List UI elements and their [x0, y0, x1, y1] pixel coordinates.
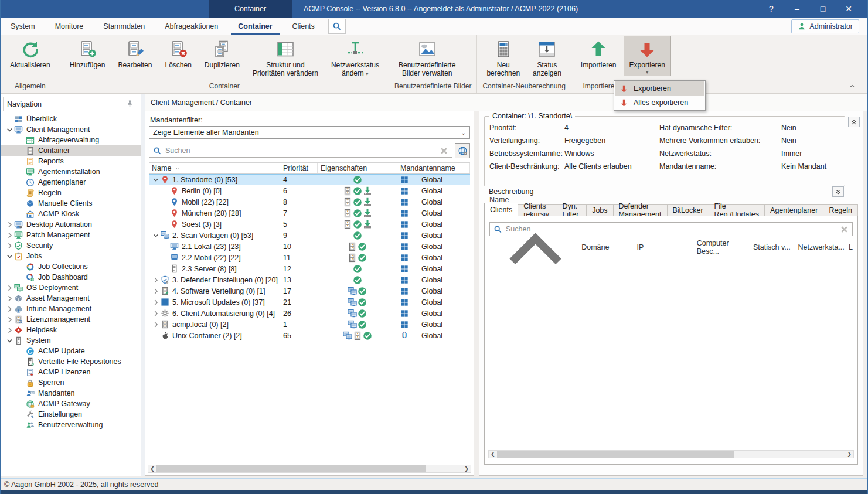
scroll-left-arrow[interactable]: ❮	[489, 451, 497, 458]
container-row[interactable]: München (28) [28]7Global	[149, 207, 470, 219]
tab-defender-management[interactable]: Defender Management	[614, 204, 668, 216]
menu-item-container[interactable]: Container	[231, 18, 279, 35]
chevron-right-icon[interactable]	[5, 231, 14, 240]
sidebar-item-acmp-kiosk[interactable]: ACMP Kiosk	[1, 209, 141, 219]
sidebar-item-benutzerverwaltung[interactable]: Benutzerverwaltung	[1, 420, 141, 430]
horizontal-scrollbar[interactable]: ❮ ❯	[148, 465, 471, 473]
sidebar-item-einstellungen[interactable]: Einstellungen	[1, 409, 141, 420]
sidebar-item-acmp-update[interactable]: ACMP Update	[1, 346, 141, 356]
sidebar-item-acmp-lizenzen[interactable]: ACMP Lizenzen	[1, 367, 141, 377]
chevron-down-icon[interactable]	[5, 125, 14, 134]
calc-button[interactable]: 0Neuberechnen	[481, 36, 526, 79]
sidebar-item-helpdesk[interactable]: Helpdesk	[1, 325, 141, 335]
duplicate-button[interactable]: Duplizieren	[199, 36, 246, 71]
chevron-right-icon[interactable]	[5, 326, 14, 335]
container-row[interactable]: 2.2 Mobil (22) [22]11Global	[149, 252, 470, 263]
tab-clients[interactable]: Clients	[484, 203, 518, 216]
sidebar-item-job-dashboard[interactable]: Job Dashboard	[1, 272, 141, 282]
column-header-statisch-v-[interactable]: Statisch v...	[753, 243, 798, 251]
chevron-down-icon[interactable]	[5, 336, 14, 345]
tab-agentenplaner[interactable]: Agentenplaner	[765, 204, 823, 216]
sidebar-item-regeln[interactable]: Regeln	[1, 188, 141, 198]
container-search-input[interactable]: Suchen	[149, 144, 452, 158]
column-header-dom-ne[interactable]: Domäne	[581, 243, 636, 251]
sidebar-item-agentenplaner[interactable]: Agentenplaner	[1, 177, 141, 188]
column-header-eigenschaften[interactable]: Eigenschaften	[318, 163, 397, 173]
structure-button[interactable]: Struktur undPrioritäten verändern	[247, 36, 324, 79]
sidebar-item-mandanten[interactable]: Mandanten	[1, 388, 141, 398]
chevron-right-icon[interactable]	[5, 305, 14, 314]
horizontal-scrollbar[interactable]: ❮ ❯	[488, 450, 854, 458]
container-row[interactable]: 1. Standorte (0) [53]4Global	[149, 174, 470, 185]
expand-beschreibung-button[interactable]	[832, 186, 844, 197]
refresh-button[interactable]: Aktualisieren	[4, 36, 56, 71]
chevron-right-icon[interactable]	[5, 284, 14, 292]
tab-file-rep-updates[interactable]: File Rep./Updates	[709, 204, 765, 216]
column-header-netzwerksta-[interactable]: Netzwerksta...	[798, 243, 849, 251]
sidebar-item-agenteninstallation[interactable]: Agenteninstallation	[1, 166, 141, 177]
sidebar-item-system[interactable]: System	[1, 335, 141, 346]
chevron-right-icon[interactable]	[5, 315, 14, 324]
column-header-computer-besc-[interactable]: Computer Besc...	[697, 239, 753, 255]
chevron-right-icon[interactable]	[152, 309, 160, 318]
column-header-name[interactable]: Name	[149, 163, 280, 173]
mandant-filter-button[interactable]	[455, 143, 470, 158]
sidebar-item-client-management[interactable]: Client Management	[1, 124, 141, 135]
sidebar-item-patch-management[interactable]: Patch Management	[1, 230, 141, 240]
container-row[interactable]: 3. Defender Einstellugen (0) [20]13Globa…	[149, 274, 470, 285]
sidebar-item-sperren[interactable]: Sperren	[1, 377, 141, 388]
close-button[interactable]: ✕	[836, 0, 862, 18]
clear-search-icon[interactable]	[440, 147, 448, 155]
scroll-right-arrow[interactable]: ❯	[462, 465, 471, 472]
network-button[interactable]: Netzwerkstatusändern ▾	[325, 36, 385, 80]
sidebar-item-verteilte-file-repositories[interactable]: Verteilte File Repositories	[1, 356, 141, 367]
container-row[interactable]: 5. Microsoft Updates (0) [37]21Global	[149, 297, 470, 308]
images-button[interactable]: BenutzerdefinierteBilder verwalten	[393, 36, 461, 79]
scroll-left-arrow[interactable]: ❮	[148, 465, 156, 472]
container-row[interactable]: 2. Scan Vorlagen (0) [53]9Global	[149, 230, 470, 241]
sidebar-item-jobs[interactable]: Jobs	[1, 251, 141, 261]
titlebar-document-tab[interactable]: Container	[209, 0, 292, 18]
export-menu-item-2[interactable]: Alles exportieren	[615, 96, 704, 110]
sidebar-item-job-collections[interactable]: Job Collections	[1, 261, 141, 272]
mandantenfilter-select[interactable]: Zeige Elemente aller Mandanten ⌄	[149, 126, 470, 139]
administrator-button[interactable]: Administrator	[791, 19, 859, 33]
delete-button[interactable]: Löschen	[159, 36, 197, 71]
column-header-l[interactable]: L	[849, 243, 853, 251]
menu-item-monitore[interactable]: Monitore	[48, 18, 91, 35]
sidebar-item-lizenzmanagement[interactable]: Lizenzmanagement	[1, 314, 141, 325]
container-row[interactable]: Unix Container (2) [2]65ÜGlobal	[149, 330, 470, 341]
statuswin-button[interactable]: Statusanzeigen	[527, 36, 567, 79]
container-row[interactable]: 4. Software Verteilung (0) [1]17Global	[149, 285, 470, 297]
export-menu-item-1[interactable]: Exportieren	[615, 81, 704, 96]
column-header-mandantenname[interactable]: Mandantenname	[397, 163, 470, 173]
column-header-ip[interactable]: IP	[637, 243, 697, 251]
sidebar-item-container[interactable]: Container	[1, 145, 141, 156]
sidebar-item-os-deployment[interactable]: OS Deployment	[1, 282, 141, 293]
import-button[interactable]: Importieren	[575, 36, 622, 71]
menu-item-abfrageaktionen[interactable]: Abfrageaktionen	[158, 18, 225, 35]
sidebar-item-intune-management[interactable]: Intune Management	[1, 304, 141, 314]
pin-icon[interactable]	[125, 100, 134, 108]
container-row[interactable]: Berlin (0) [0]6Global	[149, 185, 470, 196]
collapse-details-button[interactable]	[848, 117, 860, 127]
ribbon-collapse-button[interactable]	[846, 81, 858, 91]
minimize-button[interactable]: –	[784, 0, 810, 18]
menu-item-stammdaten[interactable]: Stammdaten	[96, 18, 152, 35]
container-row[interactable]: acmp.local (0) [2]1Global	[149, 319, 470, 330]
tab-regeln[interactable]: Regeln	[823, 204, 858, 216]
chevron-down-icon[interactable]	[152, 176, 160, 184]
scroll-right-arrow[interactable]: ❯	[845, 451, 853, 458]
add-button[interactable]: Hinzufügen	[64, 36, 111, 71]
chevron-down-icon[interactable]	[152, 231, 160, 240]
chevron-right-icon[interactable]	[152, 321, 160, 329]
sidebar-item-abfrageverwaltung[interactable]: Abfrageverwaltung	[1, 135, 141, 145]
sidebar-item-acmp-gateway[interactable]: ACMP Gateway	[1, 398, 141, 409]
edit-button[interactable]: Bearbeiten	[112, 36, 158, 71]
sidebar-item-security[interactable]: Security	[1, 240, 141, 251]
chevron-right-icon[interactable]	[152, 276, 160, 284]
menu-item-system[interactable]: System	[4, 18, 42, 35]
help-button[interactable]: ?	[758, 0, 784, 18]
container-row[interactable]: 6. Client Automatisierung (0) [4]26Globa…	[149, 308, 470, 319]
container-row[interactable]: Soest (3) [3]5Global	[149, 219, 470, 230]
